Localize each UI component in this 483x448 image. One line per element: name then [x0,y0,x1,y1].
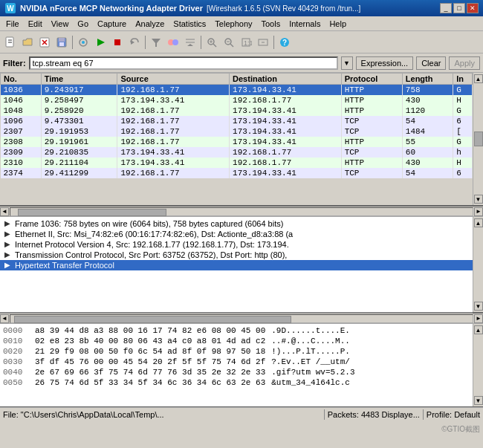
packet-row[interactable]: 230929.210835173.194.33.41192.168.1.77TC… [1,147,473,158]
detail-scroll-up[interactable]: ▲ [474,218,483,227]
packet-detail-pane: ▶Frame 1036: 758 bytes on wire (6064 bit… [0,217,473,314]
menu-internals[interactable]: Internals [285,18,325,30]
packet-row[interactable]: 230829.191961192.168.1.77173.194.33.41HT… [1,137,473,147]
hscroll-right-btn[interactable]: ► [474,207,483,216]
tb-zoom-in-btn[interactable] [204,34,220,51]
hex-row: 002021 29 f9 08 00 50 f0 6c 54 ad 8f 0f … [3,346,470,357]
packet-row[interactable]: 237429.411299192.168.1.77173.194.33.41TC… [1,168,473,178]
col-source: Source [117,74,230,85]
menu-telephony[interactable]: Telephony [210,18,256,30]
expand-icon[interactable]: ▶ [4,261,12,269]
packet-table-header: No. Time Source Destination Protocol Len… [1,74,473,85]
svg-text:?: ? [282,39,287,47]
detail-hscroll[interactable]: ◄ ► [0,314,483,324]
tb-new-btn[interactable] [2,34,19,51]
packet-detail-scrollbar[interactable]: ▲ ▼ [473,217,483,312]
packet-list-hscroll[interactable]: ◄ ► [0,207,483,217]
packet-cell: HTTP [341,85,402,96]
hex-row: 005026 75 74 6d 5f 33 34 5f 34 6c 36 34 … [3,377,470,388]
hex-offset: 0030 [3,357,29,367]
packet-cell: 60 [402,147,453,158]
menu-go[interactable]: Go [73,18,93,30]
filter-apply-btn[interactable]: Apply [449,56,480,70]
packet-row[interactable]: 231029.211104173.194.33.41192.168.1.77HT… [1,158,473,168]
packet-list-scrollbar[interactable]: ▲ ▼ [473,73,483,205]
tb-open-btn[interactable] [19,34,36,51]
filter-expression-btn[interactable]: Expression... [356,56,414,70]
tb-capture-start-btn[interactable] [92,34,108,51]
scroll-up-btn[interactable]: ▲ [474,74,483,83]
detail-hscroll-thumb[interactable] [14,316,291,323]
expand-icon[interactable]: ▶ [4,219,12,227]
packet-cell: 192.168.1.77 [230,147,342,158]
menu-analyze[interactable]: Analyze [131,18,169,30]
menu-tools[interactable]: Tools [257,18,285,30]
hex-ascii: ..#.@...C....M.. [271,336,350,346]
packet-cell: 173.194.33.41 [230,126,342,137]
tb-close-btn[interactable] [36,34,53,51]
menu-statistics[interactable]: Statistics [169,18,210,30]
detail-row[interactable]: ▶Hypertext Transfer Protocol [0,260,473,270]
packet-cell: h [453,147,473,158]
menu-file[interactable]: File [1,18,24,30]
expand-icon[interactable]: ▶ [4,240,12,248]
packet-cell: 2374 [1,168,42,178]
maximize-button[interactable]: □ [453,3,465,13]
close-button[interactable]: ✕ [467,3,479,13]
packet-row[interactable]: 10969.473301192.168.1.77173.194.33.41TCP… [1,116,473,126]
tb-colorize-btn[interactable] [165,34,181,51]
packet-row[interactable]: 10469.258497173.194.33.41192.168.1.77HTT… [1,95,473,105]
scroll-down-btn[interactable]: ▼ [474,195,483,204]
packet-cell: 430 [402,158,453,168]
menu-capture[interactable]: Capture [93,18,131,30]
packet-cell: TCP [341,168,402,178]
svg-text:W: W [7,4,14,13]
tb-zoom-out-btn[interactable] [221,34,237,51]
minimize-button[interactable]: _ [440,3,452,13]
packet-row[interactable]: 230729.191953192.168.1.77173.194.33.41TC… [1,126,473,137]
filter-dropdown-btn[interactable]: ▼ [341,56,353,70]
hex-scroll-down[interactable]: ▼ [474,396,483,405]
tb-autoscroll-btn[interactable] [182,34,198,51]
tb-help-btn[interactable]: ? [276,34,293,51]
menu-edit[interactable]: Edit [24,18,47,30]
detail-row[interactable]: ▶Ethernet II, Src: Msi_74:82:e6 (00:16:1… [0,229,473,239]
packet-cell: 1046 [1,95,42,105]
tb-capture-options-btn[interactable] [75,34,91,51]
detail-hscroll-right-btn[interactable]: ► [474,314,483,323]
hex-bytes: 02 e8 23 8b 40 00 80 06 43 a4 c0 a8 01 4… [35,336,265,346]
tb-capture-stop-btn[interactable] [109,34,126,51]
tb-zoom-normal-btn[interactable]: 1:1 [238,34,254,51]
packet-cell: 29.191953 [41,126,117,137]
hscroll-left-btn[interactable]: ◄ [0,207,9,216]
detail-scroll-down[interactable]: ▼ [474,302,483,311]
hex-offset: 0000 [3,325,29,336]
expand-icon[interactable]: ▶ [4,250,12,259]
hex-bytes: 3f df 45 76 00 00 45 54 20 2f 5f 5f 75 7… [35,357,265,367]
tb-capture-restart-btn[interactable] [126,34,143,51]
hscroll-thumb[interactable] [18,209,166,216]
detail-row[interactable]: ▶Internet Protocol Version 4, Src: 192.1… [0,239,473,250]
packet-cell: TCP [341,116,402,126]
expand-icon[interactable]: ▶ [4,230,12,238]
tb-save-btn[interactable] [54,34,70,51]
tb-filter-btn[interactable] [148,34,164,51]
detail-text: Hypertext Transfer Protocol [15,261,114,270]
packet-cell: 1048 [1,105,42,116]
status-sep-2 [423,409,424,420]
menu-view[interactable]: View [47,18,74,30]
hex-scroll-up[interactable]: ▲ [474,325,483,334]
packet-row[interactable]: 10369.243917192.168.1.77173.194.33.41HTT… [1,85,473,96]
hex-offset: 0050 [3,377,29,388]
filter-clear-btn[interactable]: Clear [416,56,446,70]
hex-dump-scrollbar[interactable]: ▲ ▼ [473,324,483,406]
detail-row[interactable]: ▶Transmission Control Protocol, Src Port… [0,250,473,260]
detail-hscroll-left-btn[interactable]: ◄ [0,314,9,323]
detail-row[interactable]: ▶Frame 1036: 758 bytes on wire (6064 bit… [0,218,473,229]
packet-row[interactable]: 10489.258920192.168.1.77173.194.33.41HTT… [1,105,473,116]
scroll-thumb[interactable] [474,132,483,146]
tb-resize-btn[interactable] [255,34,271,51]
menu-help[interactable]: Help [325,18,351,30]
packet-cell: 192.168.1.77 [117,116,230,126]
filter-input[interactable] [29,56,338,70]
